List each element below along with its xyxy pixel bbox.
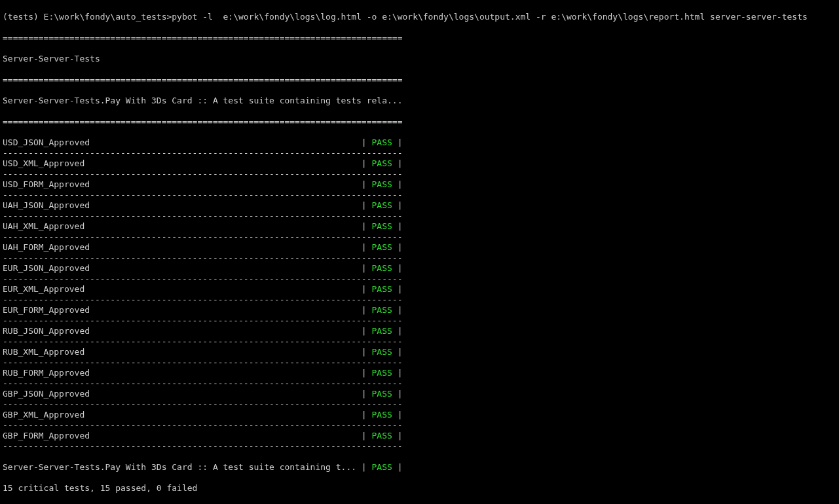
pass-label: PASS — [372, 305, 392, 315]
test-result-row: EUR_JSON_Approved | PASS | — [3, 263, 836, 274]
pass-label: PASS — [372, 410, 392, 420]
test-result-row: RUB_XML_Approved | PASS | — [3, 347, 836, 357]
separator-single: ----------------------------------------… — [3, 378, 836, 389]
test-results-list: USD_JSON_Approved | PASS |--------------… — [3, 137, 836, 452]
test-result-row: UAH_XML_Approved | PASS | — [3, 221, 836, 232]
pass-label: PASS — [372, 389, 392, 399]
separator-single: ----------------------------------------… — [3, 232, 836, 242]
separator-single: ----------------------------------------… — [3, 420, 836, 431]
pass-label: PASS — [372, 347, 392, 357]
separator-single: ----------------------------------------… — [3, 295, 836, 305]
test-result-row: USD_XML_Approved | PASS | — [3, 158, 836, 169]
separator-single: ----------------------------------------… — [3, 274, 836, 284]
suite-subtitle: Server-Server-Tests.Pay With 3Ds Card ::… — [3, 96, 836, 106]
pass-label: PASS — [372, 179, 392, 189]
test-result-row: GBP_XML_Approved | PASS | — [3, 410, 836, 420]
pass-label: PASS — [372, 200, 392, 210]
separator-single: ----------------------------------------… — [3, 315, 836, 326]
pass-label: PASS — [372, 158, 392, 168]
separator-single: ----------------------------------------… — [3, 399, 836, 410]
separator-single: ----------------------------------------… — [3, 357, 836, 368]
test-result-row: RUB_JSON_Approved | PASS | — [3, 326, 836, 336]
separator-double: ========================================… — [3, 75, 836, 85]
suite-title: Server-Server-Tests — [3, 54, 836, 64]
test-result-row: USD_FORM_Approved | PASS | — [3, 179, 836, 190]
separator-single: ----------------------------------------… — [3, 336, 836, 347]
test-result-row: GBP_FORM_Approved | PASS | — [3, 431, 836, 441]
pass-label: PASS — [372, 368, 392, 378]
stats-critical: 15 critical tests, 15 passed, 0 failed — [3, 483, 836, 494]
test-result-row: RUB_FORM_Approved | PASS | — [3, 368, 836, 378]
pass-label: PASS — [372, 221, 392, 231]
pass-label: PASS — [372, 431, 392, 441]
separator-double: ========================================… — [3, 33, 836, 43]
pass-label: PASS — [372, 284, 392, 294]
pass-label: PASS — [372, 263, 392, 273]
separator-single: ----------------------------------------… — [3, 169, 836, 179]
pass-label: PASS — [372, 242, 392, 252]
test-result-row: EUR_XML_Approved | PASS | — [3, 284, 836, 295]
pass-label: PASS — [372, 462, 392, 472]
test-result-row: USD_JSON_Approved | PASS | — [3, 137, 836, 148]
terminal-output[interactable]: (tests) E:\work\fondy\auto_tests>pybot -… — [0, 0, 839, 504]
test-result-row: UAH_FORM_Approved | PASS | — [3, 242, 836, 253]
separator-single: ----------------------------------------… — [3, 190, 836, 200]
separator-single: ----------------------------------------… — [3, 148, 836, 158]
separator-double: ========================================… — [3, 117, 836, 127]
pass-label: PASS — [372, 326, 392, 336]
pass-label: PASS — [372, 137, 392, 147]
separator-single: ----------------------------------------… — [3, 211, 836, 221]
command-prompt: (tests) E:\work\fondy\auto_tests>pybot -… — [3, 12, 836, 22]
test-result-row: UAH_JSON_Approved | PASS | — [3, 200, 836, 211]
test-result-row: GBP_JSON_Approved | PASS | — [3, 389, 836, 399]
separator-single: ----------------------------------------… — [3, 253, 836, 263]
suite-summary-result: Server-Server-Tests.Pay With 3Ds Card ::… — [3, 462, 836, 473]
separator-single: ----------------------------------------… — [3, 441, 836, 452]
test-result-row: EUR_FORM_Approved | PASS | — [3, 305, 836, 315]
